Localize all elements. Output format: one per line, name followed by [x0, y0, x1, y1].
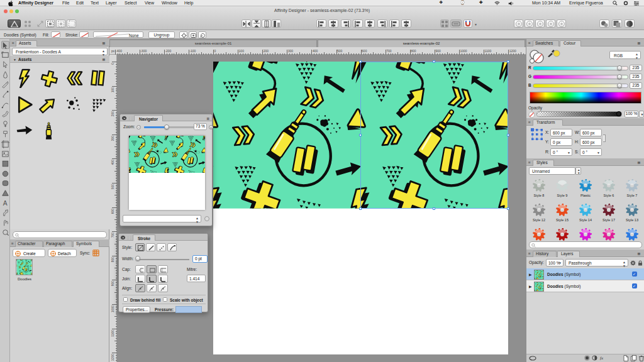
- svg-text:A: A: [3, 200, 7, 207]
